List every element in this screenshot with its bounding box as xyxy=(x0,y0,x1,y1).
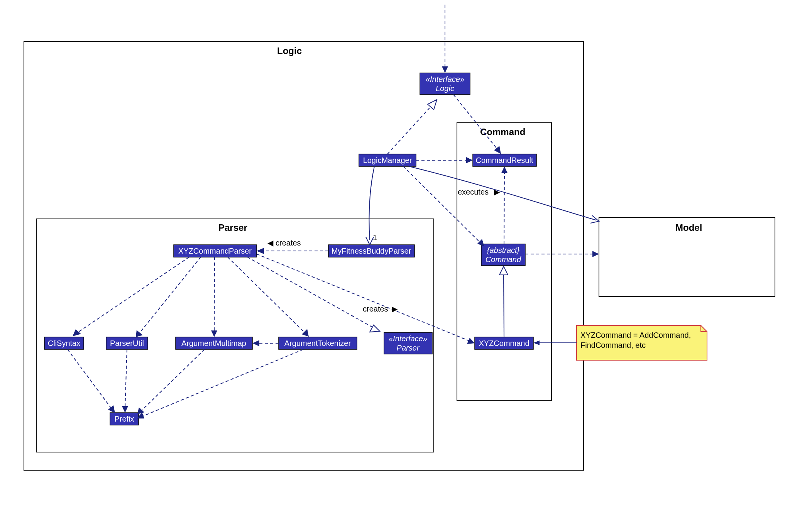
node-parser-util: ParserUtil xyxy=(106,337,148,349)
edge-abstractcommand-to-model xyxy=(525,251,599,257)
svg-marker-51 xyxy=(533,341,540,345)
label-creates2-arrow: ▶ xyxy=(392,305,398,313)
edge-xyzparser-to-parserutil xyxy=(136,257,201,337)
svg-marker-33 xyxy=(494,146,501,154)
svg-text:CliSyntax: CliSyntax xyxy=(48,339,80,347)
svg-text:ArgumentMultimap: ArgumentMultimap xyxy=(181,339,246,347)
svg-text:MyFitnessBuddyParser: MyFitnessBuddyParser xyxy=(332,247,411,255)
svg-text:Prefix: Prefix xyxy=(114,415,134,423)
svg-text:Command: Command xyxy=(486,255,521,264)
svg-text:XYZCommandParser: XYZCommandParser xyxy=(178,247,252,255)
svg-marker-34 xyxy=(466,157,473,163)
node-command-result: CommandResult xyxy=(473,154,536,166)
svg-text:LogicManager: LogicManager xyxy=(363,156,412,164)
label-mult-1: 1 xyxy=(373,233,377,242)
svg-text:Logic: Logic xyxy=(436,84,454,93)
edge-abstractcommand-to-commandresult xyxy=(501,166,508,244)
label-creates1-arrow: ◀ xyxy=(267,239,274,247)
label-creates2: creates xyxy=(363,305,388,313)
edge-logicmanager-to-abstractcommand xyxy=(403,166,484,247)
node-cli-syntax: CliSyntax xyxy=(44,337,84,349)
edge-logicmanager-realizes-logic xyxy=(387,100,437,154)
edge-logicmanager-to-commandresult xyxy=(416,157,473,163)
svg-marker-48 xyxy=(501,166,508,173)
edge-clisyntax-to-prefix xyxy=(68,349,115,413)
svg-marker-40 xyxy=(136,330,143,337)
edge-xyzparser-to-xyzcommand xyxy=(257,254,475,344)
svg-text:Parser: Parser xyxy=(397,344,420,352)
edge-myfitness-to-xyzparser xyxy=(257,248,328,254)
label-creates1: creates xyxy=(276,239,301,247)
svg-marker-42 xyxy=(302,329,309,337)
svg-text:FindCommand, etc: FindCommand, etc xyxy=(580,341,646,349)
svg-marker-50 xyxy=(499,266,508,275)
edge-xyzparser-to-clisyntax xyxy=(73,257,189,336)
svg-marker-45 xyxy=(108,405,115,413)
svg-text:CommandResult: CommandResult xyxy=(476,156,533,164)
svg-marker-38 xyxy=(467,338,475,344)
svg-text:ArgumentTokenizer: ArgumentTokenizer xyxy=(284,339,351,347)
svg-text:XYZCommand = AddCommand,: XYZCommand = AddCommand, xyxy=(580,331,691,339)
svg-text:«Interface»: «Interface» xyxy=(389,334,427,343)
svg-marker-44 xyxy=(122,406,128,413)
node-argument-tokenizer: ArgumentTokenizer xyxy=(279,337,357,349)
svg-marker-35 xyxy=(477,239,484,247)
edge-xyzcommand-extends-abstractcommand xyxy=(499,266,508,337)
node-my-fitness-buddy-parser: MyFitnessBuddyParser xyxy=(328,245,414,257)
node-argument-multimap: ArgumentMultimap xyxy=(176,337,252,349)
svg-marker-47 xyxy=(137,407,144,414)
package-model-title: Model xyxy=(675,222,702,233)
node-prefix: Prefix xyxy=(110,413,139,425)
svg-marker-39 xyxy=(73,329,81,336)
node-logic-interface: «Interface» Logic xyxy=(420,73,470,95)
node-xyz-command: XYZCommand xyxy=(475,337,533,349)
edge-argtokenizer-to-prefix xyxy=(137,349,303,418)
package-command-title: Command xyxy=(480,127,525,137)
svg-text:{abstract}: {abstract} xyxy=(487,246,520,254)
svg-text:ParserUtil: ParserUtil xyxy=(110,339,144,347)
svg-text:«Interface»: «Interface» xyxy=(426,75,464,83)
package-logic-title: Logic xyxy=(277,46,302,56)
edge-logic-to-commandresult xyxy=(453,95,501,154)
node-abstract-command: {abstract} Command xyxy=(481,244,525,266)
svg-text:XYZCommand: XYZCommand xyxy=(479,339,529,347)
edge-argtokenizer-to-argmultimap xyxy=(252,340,279,346)
edge-xyzparser-realizes-parser xyxy=(247,257,380,332)
svg-marker-43 xyxy=(252,340,259,346)
svg-marker-49 xyxy=(592,251,599,257)
label-executes: executes xyxy=(458,188,489,196)
svg-marker-41 xyxy=(211,330,217,337)
svg-marker-36 xyxy=(257,248,264,254)
note-xyz-command: XYZCommand = AddCommand, FindCommand, et… xyxy=(577,325,707,360)
svg-marker-31 xyxy=(442,66,448,73)
edge-parserutil-to-prefix xyxy=(122,349,128,413)
edge-note-to-xyzcommand xyxy=(533,341,577,345)
edge-external-to-logic xyxy=(442,5,448,73)
package-parser-title: Parser xyxy=(218,222,247,233)
node-xyz-command-parser: XYZCommandParser xyxy=(174,245,257,257)
edge-xyzparser-to-argmultimap xyxy=(211,257,217,337)
node-logic-manager: LogicManager xyxy=(359,154,416,166)
label-executes-arrow: ▶ xyxy=(494,188,500,196)
node-parser-interface: «Interface» Parser xyxy=(384,332,432,354)
